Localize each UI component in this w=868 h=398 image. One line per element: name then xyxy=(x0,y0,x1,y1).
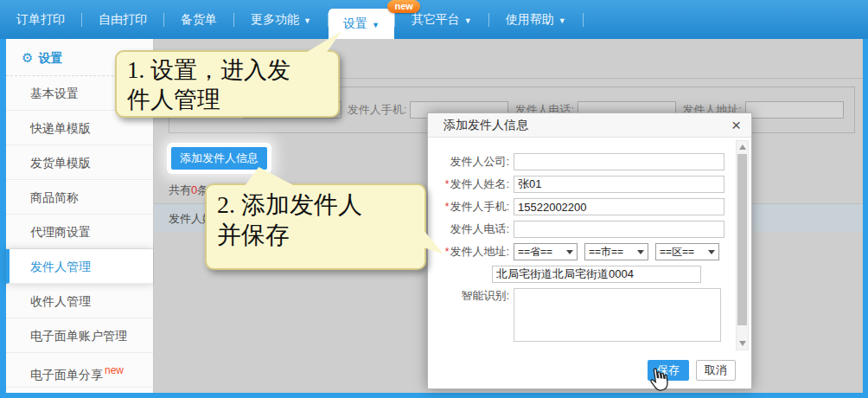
sidebar-item-label: 电子面单分享 xyxy=(30,368,103,382)
sidebar-item-receiver-management[interactable]: 收件人管理 xyxy=(6,284,153,318)
modal-title: 添加发件人信息 xyxy=(444,118,528,133)
nav-item-other-platforms[interactable]: 其它平台 ▼ xyxy=(395,0,488,39)
required-mark: * xyxy=(445,201,450,213)
modal-body: 发件人公司: *发件人姓名: *发件人手机: 发件人电话: *发件人地址: ==… xyxy=(428,138,751,342)
field-row-mobile: *发件人手机: xyxy=(440,198,751,215)
gear-icon: ⚙ xyxy=(22,50,33,65)
sender-company-input[interactable] xyxy=(514,153,724,170)
sidebar-item-agent-settings[interactable]: 代理商设置 xyxy=(6,215,153,249)
field-label: *发件人手机: xyxy=(440,199,509,215)
top-nav: 订单打印 自由打印 备货单 更多功能 ▼ 设置 ▼ new 其它平台 ▼ 使用帮… xyxy=(0,0,868,39)
callout-step-2: 2. 添加发件人 并保存 xyxy=(205,183,426,270)
smart-recognition-textarea[interactable] xyxy=(514,288,721,342)
required-mark: * xyxy=(445,246,450,258)
field-row-address: *发件人地址: ==省== ==市== ==区== xyxy=(440,243,751,260)
add-sender-button[interactable]: 添加发件人信息 xyxy=(171,147,267,170)
field-label: 发件人电话: xyxy=(440,221,509,237)
scroll-up-icon[interactable] xyxy=(737,141,748,153)
required-mark: * xyxy=(445,178,450,190)
scroll-down-icon[interactable] xyxy=(737,337,748,350)
hand-cursor-icon xyxy=(645,365,674,398)
field-row-address-detail xyxy=(440,266,751,283)
select-value: ==省== xyxy=(518,245,552,260)
chevron-down-icon: ▼ xyxy=(303,16,311,25)
field-row-phone: 发件人电话: xyxy=(440,221,751,238)
sidebar-item-shipping-template[interactable]: 发货单模版 xyxy=(6,145,153,180)
field-row-company: 发件人公司: xyxy=(440,153,751,170)
sidebar-header-label: 设置 xyxy=(38,51,62,65)
field-label: 智能识别: xyxy=(440,288,509,304)
chevron-down-icon: ▼ xyxy=(372,21,380,29)
select-value: ==市== xyxy=(589,245,623,260)
city-select[interactable]: ==市== xyxy=(584,243,648,260)
address-detail-input[interactable] xyxy=(492,266,701,283)
close-icon[interactable]: × xyxy=(731,117,741,133)
new-badge: new xyxy=(105,364,124,376)
modal-scrollbar[interactable] xyxy=(736,140,749,350)
filter-address-input[interactable] xyxy=(745,101,844,119)
sidebar-item-ewaybill-account[interactable]: 电子面单账户管理 xyxy=(6,318,153,353)
nav-item-order-print[interactable]: 订单打印 xyxy=(0,0,81,39)
field-label: *发件人姓名: xyxy=(440,177,509,192)
filter-label: 发件人手机: xyxy=(348,102,407,118)
scrollbar-thumb[interactable] xyxy=(737,154,747,325)
sidebar-item-product-abbr[interactable]: 商品简称 xyxy=(6,180,153,215)
sidebar-item-ewaybill-share[interactable]: 电子面单分享new xyxy=(6,353,153,388)
cancel-button[interactable]: 取消 xyxy=(696,360,736,381)
sender-phone-input[interactable] xyxy=(514,221,724,238)
nav-label: 更多功能 xyxy=(251,12,299,28)
sender-name-input[interactable] xyxy=(514,176,724,193)
nav-item-more-functions[interactable]: 更多功能 ▼ xyxy=(234,0,328,39)
field-row-smart-recognition: 智能识别: xyxy=(440,288,751,342)
callout-step-1: 1. 设置，进入发 件人管理 xyxy=(115,50,340,118)
nav-label: 其它平台 xyxy=(412,12,460,28)
modal-title-bar: 添加发件人信息 × xyxy=(428,113,751,138)
app-window: 订单打印 自由打印 备货单 更多功能 ▼ 设置 ▼ new 其它平台 ▼ 使用帮… xyxy=(0,0,868,398)
nav-separator xyxy=(583,13,584,27)
chevron-down-icon xyxy=(566,250,573,254)
field-row-name: *发件人姓名: xyxy=(440,176,751,193)
province-select[interactable]: ==省== xyxy=(514,243,578,260)
nav-item-stock-list[interactable]: 备货单 xyxy=(164,0,233,39)
field-label: *发件人地址: xyxy=(440,244,509,260)
select-value: ==区== xyxy=(660,245,694,260)
sidebar-item-sender-management[interactable]: 发件人管理 xyxy=(6,249,153,284)
sender-mobile-input[interactable] xyxy=(514,198,724,215)
nav-label: 设置 xyxy=(343,16,367,32)
count-prefix: 共有 xyxy=(169,183,191,196)
field-label-text: 发件人姓名: xyxy=(450,177,509,190)
chevron-down-icon xyxy=(637,250,644,254)
nav-label: 使用帮助 xyxy=(506,12,554,28)
field-label-text: 发件人地址: xyxy=(450,245,509,258)
add-sender-modal: 添加发件人信息 × 发件人公司: *发件人姓名: *发件人手机: 发件人电话: … xyxy=(427,112,752,389)
chevron-down-icon: ▼ xyxy=(558,16,566,25)
field-label-text: 发件人手机: xyxy=(450,200,509,213)
chevron-down-icon xyxy=(708,250,715,254)
nav-item-help[interactable]: 使用帮助 ▼ xyxy=(489,0,583,39)
nav-item-free-print[interactable]: 自由打印 xyxy=(82,0,163,39)
district-select[interactable]: ==区== xyxy=(655,243,719,260)
field-label: 发件人公司: xyxy=(440,154,509,170)
chevron-down-icon: ▼ xyxy=(464,16,472,25)
